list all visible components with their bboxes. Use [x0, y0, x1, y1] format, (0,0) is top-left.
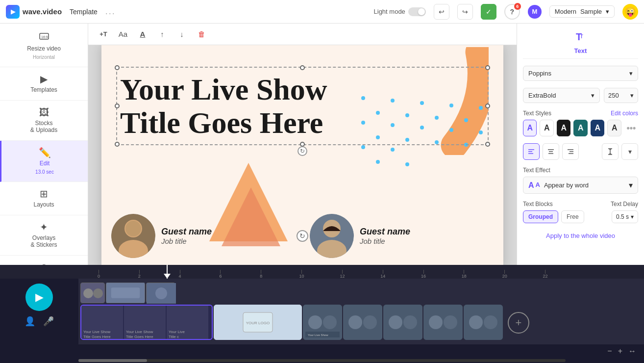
download-button[interactable]: ↓ — [174, 27, 189, 42]
scrollbar-track[interactable] — [78, 359, 566, 362]
font-name-value: Poppins — [528, 70, 551, 77]
track-clip-thumb-3[interactable] — [146, 283, 175, 303]
user-initial: M — [528, 5, 542, 19]
text-selection-box[interactable]: Your Live Show Title Goes Here ↻ — [116, 67, 489, 145]
align-left-button[interactable] — [523, 143, 540, 160]
sidebar-item-stocks[interactable]: 🖼 Stocks& Uploads — [0, 101, 88, 141]
play-button[interactable]: ▶ — [25, 284, 53, 311]
grouped-button[interactable]: Grouped — [523, 210, 558, 223]
handle-tr[interactable] — [485, 65, 490, 70]
center-rotate-handle[interactable]: ↻ — [297, 230, 308, 242]
guest-card-2: Guest name Job title — [310, 214, 494, 258]
font-size-selector[interactable]: 250 ▾ — [604, 88, 638, 103]
track-row-2: Your Live ShowTitle Goes Here Your Live … — [78, 305, 644, 340]
handle-bl[interactable] — [115, 142, 120, 147]
style-btn-3[interactable]: A — [573, 120, 587, 136]
style-btn-1[interactable]: A — [540, 120, 553, 136]
track-clip-main-5[interactable] — [383, 305, 422, 340]
style-btn-more[interactable]: ••• — [624, 120, 638, 136]
help-button[interactable]: ? 6 — [504, 4, 520, 20]
light-mode-toggle[interactable]: Light mode — [374, 7, 426, 16]
handle-tl[interactable] — [115, 65, 120, 70]
light-mode-switch[interactable] — [408, 7, 426, 16]
align-center-button[interactable] — [543, 143, 559, 160]
mic-icon[interactable]: 🎤 — [43, 316, 54, 327]
track-clip-main-3[interactable]: Your Live ShowTitle Goes Here — [303, 305, 342, 340]
sidebar-item-overlays[interactable]: ✦ Overlays& Stickers — [0, 215, 88, 256]
font-size-value: 250 — [608, 92, 619, 99]
sidebar-item-templates[interactable]: ▶ Templates — [0, 67, 88, 101]
guest-avatar-2-img — [310, 214, 354, 258]
person-icon[interactable]: 👤 — [25, 316, 35, 327]
sidebar-item-watermarks[interactable]: ◎ Watermarks — [0, 256, 88, 265]
style-btn-4[interactable]: A — [591, 120, 604, 136]
track-clip-main-4[interactable] — [343, 305, 382, 340]
confirm-button[interactable]: ✓ — [481, 4, 496, 20]
chevron-size-icon: ▾ — [630, 92, 634, 99]
user-avatar[interactable]: 😜 — [622, 4, 638, 20]
edit-colors-button[interactable]: Edit colors — [611, 110, 638, 117]
sidebar-stocks-label: Stocks& Uploads — [30, 120, 57, 133]
text-color-button[interactable]: A — [135, 27, 150, 42]
sidebar-item-edit[interactable]: ✏️ Edit 13.0 sec — [0, 141, 88, 182]
add-text-button[interactable]: +T — [96, 27, 111, 42]
track-clip-main-6[interactable] — [423, 305, 463, 340]
align-right-button[interactable] — [562, 143, 579, 160]
resize-icon: 16:9 — [39, 30, 50, 43]
svg-point-46 — [389, 315, 402, 329]
font-selector[interactable]: Poppins ▾ — [523, 66, 638, 81]
guests-row: Guest name Job title ↻ — [111, 214, 494, 258]
track-clip-thumb-1[interactable] — [80, 283, 105, 303]
delay-selector[interactable]: 0.5 s ▾ — [612, 210, 638, 223]
undo-button[interactable]: ↩ — [434, 4, 449, 20]
sidebar-item-layouts[interactable]: ⊞ Layouts — [0, 182, 88, 215]
track-clip-main-1[interactable]: Your Live ShowTitle Goes Here Your Live … — [80, 305, 213, 340]
handle-br[interactable] — [485, 142, 490, 147]
style-btn-5[interactable]: A — [607, 120, 621, 136]
rotate-handle[interactable]: ↻ — [297, 146, 307, 156]
sidebar-templates-label: Templates — [30, 86, 57, 93]
style-btn-2[interactable]: A — [557, 120, 570, 136]
svg-text:r: r — [581, 32, 583, 40]
sidebar-resize-sublabel: Horizontal — [33, 54, 55, 60]
templates-icon: ▶ — [40, 74, 48, 84]
track-clip-thumb-2[interactable] — [106, 283, 145, 303]
apply-to-video-button[interactable]: Apply to the whole video — [523, 230, 638, 241]
guest-title-2: Job title — [360, 237, 410, 245]
font-style-button[interactable]: Aa — [116, 27, 130, 42]
text-styles-label: Text Styles — [523, 110, 551, 117]
handle-tm[interactable] — [300, 65, 305, 70]
chevron-down-icon: ▾ — [606, 8, 609, 15]
track-clip-main-7[interactable] — [464, 305, 503, 340]
handle-mr[interactable] — [485, 104, 490, 108]
font-weight-selector[interactable]: ExtraBold ▾ — [523, 88, 600, 103]
zoom-in-button[interactable]: + — [618, 347, 622, 356]
redo-button[interactable]: ↪ — [457, 4, 473, 20]
add-clip-button[interactable]: + — [508, 312, 529, 334]
upload-button[interactable]: ↑ — [155, 27, 170, 42]
delete-button[interactable]: 🗑 — [194, 27, 209, 42]
line-spacing-button[interactable] — [602, 143, 619, 160]
svg-point-49 — [429, 315, 443, 329]
text-styles-section: Text Styles Edit colors A A A A A A ••• — [523, 110, 638, 136]
topbar: ▶ wave.video Template ... Light mode ↩ ↪… — [0, 0, 644, 24]
style-btn-0[interactable]: A — [523, 120, 537, 136]
handle-ml[interactable] — [115, 104, 120, 108]
track-clip-main-2[interactable]: YOUR LOGO — [214, 305, 302, 340]
topbar-dots[interactable]: ... — [105, 6, 116, 17]
canvas[interactable]: Your Live Show Title Goes Here ↻ — [101, 45, 503, 265]
logo[interactable]: ▶ wave.video — [6, 5, 62, 19]
sidebar-item-resize[interactable]: 16:9 Resize video Horizontal — [0, 24, 88, 67]
font-selector-topbar[interactable]: Modern Sample ▾ — [549, 5, 615, 18]
sidebar: 16:9 Resize video Horizontal ▶ Templates… — [0, 24, 88, 265]
zoom-controls: − + ↔ — [0, 344, 644, 358]
guest-card-1: Guest name Job title — [111, 214, 295, 258]
svg-rect-31 — [111, 287, 140, 298]
scrollbar-thumb[interactable] — [78, 359, 147, 362]
spacing-chevron[interactable]: ▾ — [621, 143, 638, 160]
zoom-fit-button[interactable]: ↔ — [628, 347, 636, 356]
zoom-out-button[interactable]: − — [607, 347, 612, 356]
free-button[interactable]: Free — [561, 210, 584, 223]
text-effect-selector[interactable]: A A Appear by word ▾ — [523, 177, 638, 194]
svg-point-44 — [363, 315, 377, 329]
